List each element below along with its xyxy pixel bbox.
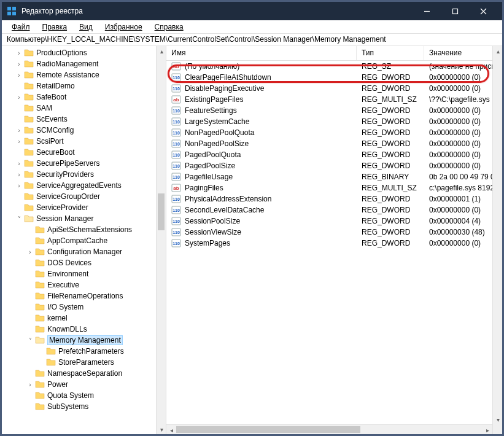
value-row[interactable]: 110PhysicalAddressExtensionREG_DWORD0x00… (166, 193, 502, 204)
menu-file[interactable]: Файл (6, 21, 36, 33)
twisty-closed-icon[interactable]: › (15, 50, 23, 56)
menu-help[interactable]: Справка (149, 21, 190, 33)
value-row[interactable]: abExistingPageFilesREG_MULTI_SZ\??\C:\pa… (166, 94, 502, 105)
tree-item[interactable]: kernel (2, 313, 166, 324)
value-row[interactable]: 110LargeSystemCacheREG_DWORD0x00000000 (… (166, 116, 502, 127)
tree-item[interactable]: ServiceProvider (2, 202, 166, 213)
menu-view[interactable]: Вид (73, 21, 99, 33)
tree-item[interactable]: RetailDemo (2, 80, 166, 91)
tree-item[interactable]: ˅Session Manager (2, 213, 166, 224)
twisty-closed-icon[interactable]: › (15, 160, 23, 167)
twisty-closed-icon[interactable]: › (26, 381, 34, 388)
value-row[interactable]: 110DisablePagingExecutiveREG_DWORD0x0000… (166, 83, 502, 94)
tree-item[interactable]: FileRenameOperations (2, 290, 166, 302)
value-row[interactable]: 110PagedPoolQuotaREG_DWORD0x00000000 (0) (166, 149, 502, 160)
scroll-right-icon[interactable]: ▸ (483, 425, 492, 434)
value-row[interactable]: ab(По умолчанию)REG_SZ(значение не присв… (166, 61, 502, 72)
value-row[interactable]: 110PagefileUsageREG_BINARY0b 2a 00 00 49… (166, 171, 502, 182)
tree-item[interactable]: ˅Memory Management (2, 335, 166, 346)
twisty-open-icon[interactable]: ˅ (15, 216, 23, 222)
registry-tree[interactable]: ›ProductOptions›RadioManagement›Remote A… (2, 46, 166, 413)
tree-item[interactable]: ›ServiceAggregatedEvents (2, 180, 166, 191)
values-list[interactable]: ab(По умолчанию)REG_SZ(значение не присв… (166, 61, 502, 249)
tree-item[interactable]: ›SecurePipeServers (2, 158, 166, 169)
scroll-left-icon[interactable]: ◂ (166, 425, 176, 434)
twisty-closed-icon[interactable]: › (15, 171, 23, 178)
value-row[interactable]: 110NonPagedPoolSizeREG_DWORD0x00000000 (… (166, 138, 502, 149)
reg-dw-icon: 110 (171, 161, 181, 171)
svg-text:ab: ab (173, 97, 179, 103)
minimize-button[interactable] (413, 2, 441, 20)
tree-item[interactable]: SubSystems (2, 401, 166, 412)
list-header: Имя Тип Значение (166, 46, 502, 61)
tree-item[interactable]: ›ProductOptions (2, 47, 166, 58)
tree-item[interactable]: I/O System (2, 302, 166, 313)
tree-item[interactable]: Executive (2, 279, 166, 290)
twisty-closed-icon[interactable]: › (26, 249, 34, 255)
tree-item[interactable]: NamespaceSeparation (2, 368, 166, 379)
scroll-thumb[interactable] (176, 426, 360, 433)
column-type[interactable]: Тип (357, 46, 424, 60)
tree-item[interactable]: ›ScsiPort (2, 136, 166, 147)
tree-item[interactable]: ›RadioManagement (2, 58, 166, 69)
twisty-closed-icon[interactable]: › (15, 94, 23, 101)
tree-item[interactable]: KnownDLLs (2, 324, 166, 335)
list-scrollbar-v[interactable]: ▴ ▾ (492, 46, 502, 434)
tree-item[interactable]: DOS Devices (2, 257, 166, 268)
value-row[interactable]: 110ClearPageFileAtShutdownREG_DWORD0x000… (166, 72, 502, 83)
tree-item[interactable]: ›SCMConfig (2, 125, 166, 136)
menu-edit[interactable]: Правка (36, 21, 74, 33)
address-bar[interactable]: Компьютер\HKEY_LOCAL_MACHINE\SYSTEM\Curr… (2, 34, 502, 46)
tree-item[interactable]: AppCompatCache (2, 235, 166, 246)
tree-item[interactable]: ›Remote Assistance (2, 69, 166, 80)
value-row[interactable]: 110PagedPoolSizeREG_DWORD0x00000000 (0) (166, 160, 502, 171)
twisty-closed-icon[interactable]: › (15, 138, 23, 145)
svg-text:110: 110 (173, 197, 180, 201)
scroll-up-icon[interactable]: ▴ (157, 46, 166, 56)
value-type: REG_DWORD (357, 84, 424, 93)
tree-item[interactable]: StoreParameters (2, 357, 166, 368)
tree-item-label: ScEvents (36, 115, 68, 123)
tree-item[interactable]: ›Power (2, 379, 166, 390)
scroll-thumb[interactable] (158, 193, 165, 230)
svg-rect-1 (12, 7, 16, 10)
value-row[interactable]: abPagingFilesREG_MULTI_SZc:\pagefile.sys… (166, 182, 502, 193)
tree-item[interactable]: ApiSetSchemaExtensions (2, 224, 166, 235)
tree-item[interactable]: SAM (2, 103, 166, 114)
value-row[interactable]: 110FeatureSettingsREG_DWORD0x00000000 (0… (166, 105, 502, 116)
column-name[interactable]: Имя (166, 46, 357, 60)
value-row[interactable]: 110SystemPagesREG_DWORD0x00000000 (0) (166, 238, 502, 249)
maximize-button[interactable] (441, 2, 469, 20)
close-button[interactable] (469, 2, 497, 20)
tree-item[interactable]: ›SafeBoot (2, 91, 166, 103)
value-row[interactable]: 110SecondLevelDataCacheREG_DWORD0x000000… (166, 204, 502, 216)
menu-favorites[interactable]: Избранное (99, 21, 149, 33)
tree-item[interactable]: Environment (2, 268, 166, 279)
twisty-open-icon[interactable]: ˅ (26, 337, 34, 344)
twisty-closed-icon[interactable]: › (15, 127, 23, 134)
twisty-closed-icon[interactable]: › (15, 72, 23, 79)
tree-item[interactable]: PrefetchParameters (2, 346, 166, 357)
value-row[interactable]: 110SessionPoolSizeREG_DWORD0x00000004 (4… (166, 216, 502, 227)
value-row[interactable]: 110NonPagedPoolQuotaREG_DWORD0x00000000 … (166, 127, 502, 138)
list-scrollbar-h[interactable]: ◂ ▸ (166, 424, 492, 434)
twisty-closed-icon[interactable]: › (15, 61, 23, 68)
scroll-up-icon[interactable]: ▴ (493, 46, 502, 56)
scroll-down-icon[interactable]: ▾ (493, 415, 502, 424)
scroll-down-icon[interactable]: ▾ (157, 424, 166, 434)
tree-item[interactable]: ›Configuration Manager (2, 246, 166, 257)
folder-icon (35, 236, 45, 245)
tree-item[interactable]: SecureBoot (2, 147, 166, 158)
tree-item[interactable]: ScEvents (2, 114, 166, 125)
tree-item-label: RetailDemo (36, 82, 75, 90)
value-name: ClearPageFileAtShutdown (185, 73, 271, 82)
twisty-closed-icon[interactable]: › (15, 182, 23, 189)
tree-item[interactable]: ServiceGroupOrder (2, 191, 166, 202)
tree-item[interactable]: ›SecurityProviders (2, 169, 166, 180)
tree-item[interactable]: Quota System (2, 390, 166, 401)
tree-item-label: SecurePipeServers (36, 159, 99, 168)
svg-text:110: 110 (173, 208, 180, 212)
tree-scrollbar[interactable]: ▴ ▾ (156, 46, 166, 434)
value-row[interactable]: 110SessionViewSizeREG_DWORD0x00000030 (4… (166, 227, 502, 238)
column-value[interactable]: Значение (424, 46, 502, 60)
